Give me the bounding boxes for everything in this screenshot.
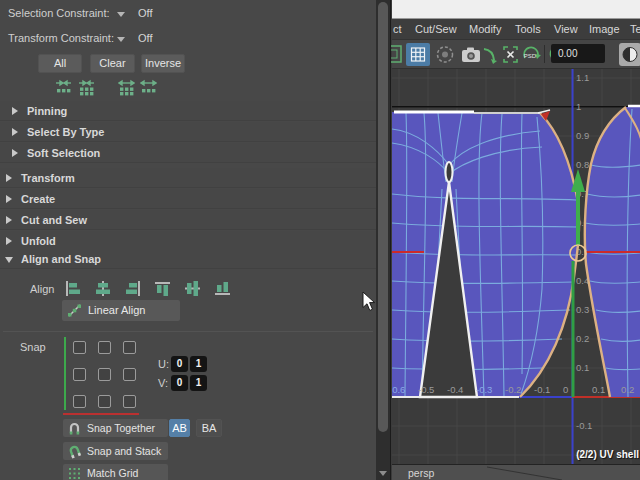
persp-viewport-strip[interactable]: persp	[392, 464, 640, 480]
u-tick-label: -0.6	[392, 384, 405, 395]
scrollbar-down-arrow-icon[interactable]	[379, 471, 387, 476]
align-center-h-icon[interactable]	[94, 280, 112, 297]
green-swing-arrow-icon[interactable]	[482, 43, 498, 66]
dim-image-display-icon[interactable]	[434, 43, 456, 66]
snap-together-button[interactable]: Snap Together	[63, 419, 168, 437]
section-label: Pinning	[27, 105, 67, 117]
section-pinning[interactable]: Pinning	[0, 101, 376, 121]
uv-viewport-canvas[interactable]: 1.110.90.80.70.60.50.40.30.20.1-0.1-0.2	[392, 69, 640, 464]
snap-checkbox[interactable]	[73, 368, 86, 381]
snap-checkbox[interactable]	[98, 368, 111, 381]
expander-icon	[6, 174, 12, 182]
match-grid-button[interactable]: Match Grid	[63, 464, 168, 480]
menu-modify[interactable]: Modify	[469, 23, 501, 35]
rotation-value-field[interactable]: 0.00	[551, 44, 605, 63]
pixel-snap-brackets-icon[interactable]	[501, 43, 520, 66]
ab-order-button[interactable]: AB	[169, 419, 190, 437]
snap-checkbox[interactable]	[123, 341, 136, 354]
section-transform[interactable]: Transform	[0, 168, 376, 188]
u-tick-label: -0.5	[418, 384, 434, 395]
u-tick-label: -0.1	[534, 384, 550, 395]
persp-wire-line	[482, 465, 572, 480]
uv-editor-window: ct Cut/Sew Modify Tools View Image Tex	[390, 0, 640, 480]
snap-checkbox[interactable]	[98, 395, 111, 408]
select-all-button[interactable]: All	[38, 54, 82, 73]
linear-align-label: Linear Align	[88, 304, 146, 316]
align-label: Align	[30, 283, 54, 295]
section-cut-and-sew[interactable]: Cut and Sew	[0, 210, 376, 230]
scrollbar-thumb[interactable]	[378, 2, 388, 432]
divider	[3, 331, 373, 332]
ba-order-button[interactable]: BA	[196, 419, 222, 437]
clipped-tool-icon[interactable]	[390, 43, 404, 66]
expander-icon	[6, 195, 12, 203]
menu-tools[interactable]: Tools	[515, 23, 541, 35]
align-left-icon[interactable]	[64, 280, 82, 297]
shrink-selection-loop-icon[interactable]	[78, 79, 95, 96]
v-min-field[interactable]: 0	[171, 375, 188, 391]
linear-align-button[interactable]: Linear Align	[62, 300, 180, 321]
align-bottom-icon[interactable]	[214, 280, 232, 297]
magnet-stack-icon	[67, 444, 82, 459]
select-clear-button[interactable]: Clear	[90, 54, 135, 73]
section-align-and-snap[interactable]: Align and Snap	[0, 249, 376, 269]
contrast-icon	[619, 43, 640, 66]
grow-selection-loop-icon[interactable]	[118, 79, 135, 96]
u-max-field[interactable]: 1	[190, 356, 207, 372]
u-label: U:	[158, 358, 169, 370]
snap-and-stack-label: Snap and Stack	[87, 445, 161, 457]
uv-shell-hud-text: (2/2) UV shell	[576, 449, 639, 460]
chevron-down-icon[interactable]	[117, 12, 125, 17]
menu-select-clipped[interactable]: ct	[393, 23, 402, 35]
snap-checkbox[interactable]	[123, 395, 136, 408]
u-tick-label: -0.2	[505, 384, 521, 395]
expander-icon	[12, 107, 18, 115]
shrink-selection-icon[interactable]	[55, 79, 72, 96]
align-top-icon[interactable]	[154, 280, 172, 297]
selection-constraint-row: Selection Constraint: Off	[0, 3, 376, 23]
v-max-field[interactable]: 1	[190, 375, 207, 391]
menu-cut-sew[interactable]: Cut/Sew	[415, 23, 457, 35]
section-select-by-type[interactable]: Select By Type	[0, 122, 376, 142]
snap-checkbox[interactable]	[98, 341, 111, 354]
transform-constraint-value[interactable]: Off	[138, 32, 152, 44]
u-tick-label: -0.4	[447, 384, 463, 395]
snap-and-stack-button[interactable]: Snap and Stack	[63, 442, 168, 460]
snap-label: Snap	[20, 341, 46, 353]
grid-display-tool-selected[interactable]	[406, 43, 430, 66]
snap-green-guide-line	[64, 337, 66, 410]
transform-constraint-row: Transform Constraint: Off	[0, 28, 376, 48]
snap-checkbox[interactable]	[73, 395, 86, 408]
section-label: Unfold	[21, 235, 56, 247]
transform-constraint-label: Transform Constraint:	[8, 32, 114, 44]
u-tick-label: 0.2	[621, 384, 634, 395]
chevron-down-icon[interactable]	[117, 37, 125, 42]
magnet-icon	[67, 421, 82, 436]
expander-icon	[6, 237, 12, 245]
menu-view[interactable]: View	[554, 23, 578, 35]
section-label: Select By Type	[27, 126, 104, 138]
selection-constraint-value[interactable]: Off	[138, 7, 152, 19]
persp-camera-label: persp	[408, 467, 434, 479]
uv-toolkit-panel: Selection Constraint: Off Transform Cons…	[0, 0, 376, 480]
section-soft-selection[interactable]: Soft Selection	[0, 143, 376, 163]
section-unfold[interactable]: Unfold	[0, 231, 376, 251]
section-create[interactable]: Create	[0, 189, 376, 209]
u-min-field[interactable]: 0	[171, 356, 188, 372]
snap-checkbox[interactable]	[73, 341, 86, 354]
grow-selection-icon[interactable]	[140, 79, 157, 96]
selection-constraint-label: Selection Constraint:	[8, 7, 110, 19]
contrast-tool[interactable]	[619, 43, 640, 66]
snap-checkbox[interactable]	[123, 368, 136, 381]
align-middle-v-icon[interactable]	[184, 280, 202, 297]
vertical-scrollbar[interactable]	[376, 0, 390, 480]
menu-textures-clipped[interactable]: Tex	[630, 23, 640, 35]
section-label: Create	[21, 193, 55, 205]
update-psd-icon[interactable]: PSD	[521, 43, 541, 66]
section-label: Soft Selection	[27, 147, 100, 159]
menu-image[interactable]: Image	[589, 23, 620, 35]
expander-open-icon	[5, 257, 13, 263]
align-right-icon[interactable]	[124, 280, 142, 297]
select-inverse-button[interactable]: Inverse	[141, 54, 185, 73]
snap-together-label: Snap Together	[87, 422, 155, 434]
